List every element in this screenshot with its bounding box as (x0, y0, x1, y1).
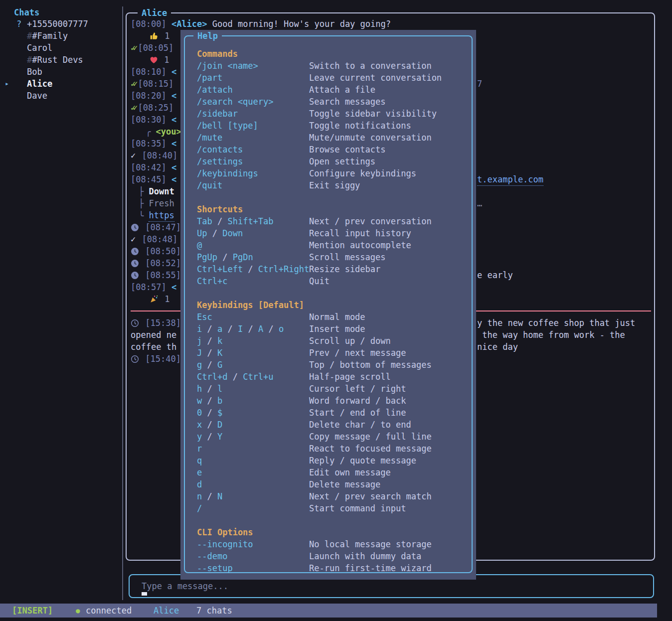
line-left: 1 (150, 30, 169, 42)
help-key: 0 / $ (197, 407, 309, 419)
line-left: [08:52] (131, 257, 181, 269)
help-key: /mute (197, 132, 309, 144)
help-key: Ctrl+c (197, 275, 309, 287)
help-key-part: Shift+Tab (227, 216, 273, 226)
url-link[interactable]: https (149, 209, 174, 222)
help-row: --setupRe-run first-time wizard (197, 562, 471, 574)
line-left: [08:00] <Alice> Good morning! How's your… (131, 18, 391, 30)
help-key: / (197, 502, 309, 514)
chat-line[interactable]: [08:00] <Alice> Good morning! How's your… (127, 18, 653, 30)
help-key-part: PgDn (233, 252, 253, 262)
key-separator: / (217, 252, 233, 262)
party-popper-icon (150, 295, 159, 304)
help-key-part: Ctrl+d (197, 372, 227, 382)
line-left: [15:38] (131, 317, 181, 329)
help-row: /contactsBrowse contacts (197, 144, 471, 155)
sidebar-divider[interactable] (122, 6, 123, 600)
help-key-part: x (197, 420, 202, 430)
sidebar-item-dave[interactable]: Dave (0, 90, 122, 102)
key-separator: / (263, 324, 279, 334)
sidebar-item-bob[interactable]: Bob (0, 66, 122, 78)
help-description: Normal mode (309, 312, 365, 322)
help-description: Delete char / to end (309, 420, 411, 430)
status-chat-count: 7 chats (196, 605, 232, 617)
tree-branch: ╭ (146, 126, 156, 138)
help-key: --incognito (197, 538, 309, 550)
help-row: Ctrl+Left / Ctrl+RightResize sidebar (197, 263, 471, 275)
timestamp: 7 (477, 78, 482, 90)
help-row: 0 / $Start / end of line (197, 407, 471, 419)
help-key: /search <query> (197, 96, 309, 108)
help-key-part: D (217, 420, 222, 430)
help-section-heading: Commands (197, 48, 471, 60)
help-section-heading: Keybindings [Default] (197, 299, 471, 311)
help-row: Ctrl+d / Ctrl+uHalf-page scroll (197, 371, 471, 383)
timestamp: [08:42] (131, 161, 167, 173)
help-description: React to focused message (309, 444, 432, 454)
help-key: g / G (197, 359, 309, 371)
help-content: Commands/join <name>Switch to a conversa… (197, 48, 471, 574)
line-left: [08:10] < (131, 66, 176, 78)
reaction-count: 1 (160, 30, 169, 42)
text-cursor (142, 592, 147, 596)
sidebar-item-label: Alice (27, 78, 52, 90)
help-row: h / lCursor left / right (197, 383, 471, 395)
preview-text: … (477, 197, 482, 209)
sidebar-item--15550007777[interactable]: ?+15550007777 (0, 18, 122, 30)
line-left: ✓✓[08:05] (131, 42, 173, 54)
help-key: /settings (197, 155, 309, 167)
help-key: /keybindings (197, 167, 309, 179)
line-right: y the new coffee shop that just (477, 317, 635, 329)
timestamp: [08:48] (137, 233, 177, 245)
help-key-part: Tab (197, 216, 212, 226)
help-key-part: /join <name> (197, 61, 258, 71)
timestamp: [08:05] (138, 42, 173, 54)
help-row: /quitExit siggy (197, 179, 471, 191)
help-description: Scroll messages (309, 252, 386, 262)
timestamp: [08:45] (131, 173, 167, 185)
message-text: Good morning! How's your day going? (207, 18, 391, 30)
key-separator: / (207, 228, 222, 238)
sidebar-item--family[interactable]: ##Family (0, 30, 122, 42)
help-row: /join <name>Switch to a conversation (197, 60, 471, 72)
help-description: Mention autocomplete (309, 240, 411, 250)
help-key-part: Y (217, 432, 222, 442)
help-key: h / l (197, 383, 309, 395)
help-blank-row (197, 191, 471, 203)
message-text: e early (477, 269, 513, 281)
clock-pending-icon (131, 223, 139, 232)
help-description: Recall input history (309, 228, 411, 238)
help-row: --incognitoNo local message storage (197, 538, 471, 550)
line-left: [08:45] < (131, 173, 176, 185)
url-link[interactable]: t.example.com (477, 173, 543, 186)
help-description: Exit siggy (309, 180, 360, 190)
sidebar-item-carol[interactable]: Carol (0, 42, 122, 54)
help-description: Prev / next message (309, 348, 406, 358)
help-key-part: j (197, 336, 202, 346)
help-key: Ctrl+Left / Ctrl+Right (197, 263, 309, 275)
help-description: Mute/unmute conversation (309, 133, 432, 143)
help-section-heading: Shortcuts (197, 203, 471, 215)
help-description: Next / prev search match (309, 491, 432, 501)
help-row: EscNormal mode (197, 311, 471, 323)
help-key-part: Ctrl+Left (197, 264, 243, 274)
help-key-part: /bell [type] (197, 121, 258, 131)
help-key: /quit (197, 179, 309, 191)
timestamp: [08:00] (131, 18, 167, 30)
unknown-contact-icon: ? (16, 18, 21, 30)
help-key-part: Up (197, 228, 207, 238)
message-text: the way home from work - the (477, 329, 625, 341)
help-key-part: J (197, 348, 202, 358)
help-description: Switch to a conversation (309, 61, 432, 71)
double-check-icon: ✓✓ (131, 42, 135, 54)
line-left: coffee th (131, 341, 176, 353)
help-key-part: e (197, 467, 202, 477)
help-key: e (197, 466, 309, 478)
help-row: /bell [type]Toggle notifications (197, 120, 471, 132)
message-text: nice day (477, 341, 518, 353)
help-key-part: /attach (197, 85, 233, 95)
sidebar-item-alice[interactable]: ▸Alice (0, 78, 122, 90)
help-key-part: l (217, 384, 222, 394)
line-left: 1 (150, 293, 169, 305)
sidebar-item--rust-devs[interactable]: ##Rust Devs (0, 54, 122, 66)
